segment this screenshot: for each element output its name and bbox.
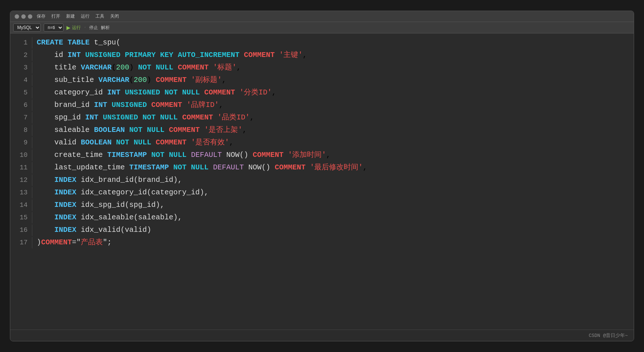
- code-line-7: 7 spg_id INT UNSIGNED NOT NULL COMMENT '…: [10, 111, 634, 124]
- line-num-2: 2: [10, 50, 32, 61]
- code-content-9: valid BOOLEAN NOT NULL COMMENT '是否有效',: [37, 136, 634, 149]
- line-num-14: 14: [10, 200, 32, 211]
- line-num-12: 12: [10, 175, 32, 186]
- code-line-13: 13 INDEX idx_category_id(category_id),: [10, 186, 634, 199]
- maximize-btn[interactable]: [28, 14, 32, 19]
- footer-text: CSDN @昔日少年~: [589, 333, 628, 338]
- line-num-5: 5: [10, 87, 32, 98]
- code-content-1: CREATE TABLE t_spu(: [37, 36, 634, 49]
- code-line-17: 17 )COMMENT="产品表";: [10, 236, 634, 249]
- close-btn[interactable]: [15, 14, 19, 19]
- code-content-13: INDEX idx_category_id(category_id),: [37, 186, 634, 199]
- toolbar: MySQL n=ti ▶ 运行 · 停止 解析: [10, 22, 634, 33]
- code-line-5: 5 category_id INT UNSIGNED NOT NULL COMM…: [10, 86, 634, 99]
- code-line-9: 9 valid BOOLEAN NOT NULL COMMENT '是否有效',: [10, 136, 634, 149]
- main-window: 保存 打开 新建 运行 工具 关闭 MySQL n=ti ▶ 运行 · 停止 解…: [10, 11, 634, 341]
- code-line-6: 6 brand_id INT UNSIGNED COMMENT '品牌ID',: [10, 99, 634, 111]
- code-content-5: category_id INT UNSIGNED NOT NULL COMMEN…: [37, 86, 634, 99]
- line-num-13: 13: [10, 187, 32, 198]
- line-num-16: 16: [10, 225, 32, 236]
- line-num-7: 7: [10, 112, 32, 123]
- code-content-17: )COMMENT="产品表";: [37, 236, 634, 249]
- db-selector[interactable]: MySQL: [13, 24, 41, 32]
- code-content-14: INDEX idx_spg_id(spg_id),: [37, 199, 634, 211]
- menu-new[interactable]: 新建: [66, 13, 75, 19]
- code-line-8: 8 saleable BOOLEAN NOT NULL COMMENT '是否上…: [10, 124, 634, 136]
- code-editor[interactable]: 1 CREATE TABLE t_spu( 2 id INT UNSIGNED …: [10, 33, 634, 330]
- code-content-4: sub_title VARCHAR(200) COMMENT '副标题',: [37, 74, 634, 86]
- code-line-14: 14 INDEX idx_spg_id(spg_id),: [10, 199, 634, 211]
- stop-label[interactable]: 停止: [89, 25, 98, 31]
- code-content-2: id INT UNSIGNED PRIMARY KEY AUTO_INCREME…: [37, 49, 634, 61]
- code-content-8: saleable BOOLEAN NOT NULL COMMENT '是否上架'…: [37, 124, 634, 136]
- code-content-15: INDEX idx_saleable(saleable),: [37, 211, 634, 224]
- line-num-8: 8: [10, 125, 32, 136]
- code-line-3: 3 title VARCHAR(200) NOT NULL COMMENT '标…: [10, 61, 634, 74]
- line-num-15: 15: [10, 212, 32, 223]
- explain-label[interactable]: 解析: [101, 25, 110, 31]
- separator-1: ·: [84, 25, 86, 30]
- line-num-10: 10: [10, 150, 32, 161]
- menu-open[interactable]: 打开: [51, 13, 60, 19]
- code-content-3: title VARCHAR(200) NOT NULL COMMENT '标题'…: [37, 61, 634, 74]
- minimize-btn[interactable]: [21, 14, 26, 19]
- code-content-16: INDEX idx_valid(valid): [37, 224, 634, 236]
- menu-run[interactable]: 运行: [81, 13, 90, 19]
- code-line-12: 12 INDEX idx_brand_id(brand_id),: [10, 174, 634, 186]
- code-line-1: 1 CREATE TABLE t_spu(: [10, 36, 634, 49]
- title-bar-menu: 保存 打开 新建 运行 工具 关闭: [37, 13, 119, 19]
- code-content-6: brand_id INT UNSIGNED COMMENT '品牌ID',: [37, 99, 634, 111]
- line-num-3: 3: [10, 62, 32, 73]
- code-line-15: 15 INDEX idx_saleable(saleable),: [10, 211, 634, 224]
- menu-save[interactable]: 保存: [37, 13, 46, 19]
- footer: CSDN @昔日少年~: [10, 330, 634, 341]
- code-line-10: 10 create_time TIMESTAMP NOT NULL DEFAUL…: [10, 149, 634, 161]
- window-controls: [15, 14, 32, 19]
- menu-close[interactable]: 关闭: [110, 13, 119, 19]
- line-num-11: 11: [10, 162, 32, 173]
- code-line-11: 11 last_update_time TIMESTAMP NOT NULL D…: [10, 161, 634, 174]
- line-num-17: 17: [10, 237, 32, 248]
- code-content-11: last_update_time TIMESTAMP NOT NULL DEFA…: [37, 161, 634, 174]
- code-line-16: 16 INDEX idx_valid(valid): [10, 224, 634, 236]
- code-content-12: INDEX idx_brand_id(brand_id),: [37, 174, 634, 186]
- line-num-1: 1: [10, 37, 32, 49]
- line-num-9: 9: [10, 137, 32, 148]
- menu-tools[interactable]: 工具: [95, 13, 104, 19]
- code-line-2: 2 id INT UNSIGNED PRIMARY KEY AUTO_INCRE…: [10, 49, 634, 61]
- table-selector[interactable]: n=ti: [44, 24, 64, 32]
- line-num-6: 6: [10, 100, 32, 111]
- code-line-4: 4 sub_title VARCHAR(200) COMMENT '副标题',: [10, 74, 634, 86]
- line-num-4: 4: [10, 75, 32, 86]
- title-bar: 保存 打开 新建 运行 工具 关闭: [10, 11, 634, 22]
- code-content-7: spg_id INT UNSIGNED NOT NULL COMMENT '品类…: [37, 111, 634, 124]
- code-content-10: create_time TIMESTAMP NOT NULL DEFAULT N…: [37, 149, 634, 161]
- run-button[interactable]: ▶ 运行: [66, 25, 81, 31]
